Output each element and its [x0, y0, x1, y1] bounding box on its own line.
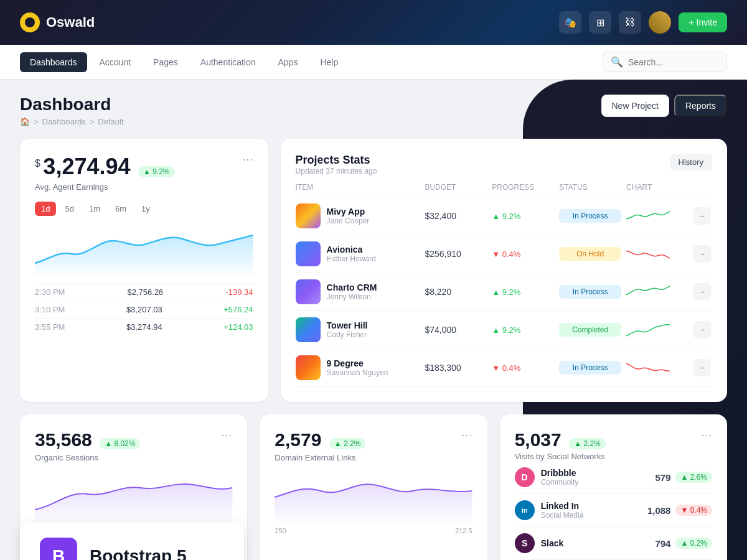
status-badge: In Process: [559, 209, 621, 223]
home-icon: 🏠: [20, 117, 30, 126]
mask-icon[interactable]: 🎭: [559, 11, 581, 34]
social-name: Slack: [541, 538, 655, 548]
more-button[interactable]: ⋯: [701, 429, 712, 441]
project-names: 9 Degree Savannah Nguyen: [327, 358, 388, 377]
bootstrap-b-letter: B: [52, 546, 65, 560]
earnings-amount-row: $ 3,274.94 ▲ 9.2%: [35, 154, 175, 180]
links-info: 2,579 ▲ 2.2% Domain External Links: [275, 429, 365, 462]
project-name: Avionica: [327, 245, 376, 254]
progress: ▼ 0.4%: [492, 250, 554, 259]
top-bar: Oswald 🎭 ⊞ ⛓ + Invite: [0, 0, 747, 45]
col-chart: CHART: [626, 183, 688, 192]
projects-title: Projects Stats: [296, 154, 377, 167]
social-num-row: 5,037 ▲ 2.2%: [515, 429, 606, 450]
tab-dashboards[interactable]: Dashboards: [20, 52, 87, 72]
sparkline: [626, 245, 670, 263]
links-num-row: 2,579 ▲ 2.2%: [275, 429, 365, 450]
dribbble-icon: D: [515, 467, 535, 487]
data-row-2: 3:10 PM $3,207.03 +576.24: [35, 301, 253, 318]
tab-account[interactable]: Account: [90, 52, 141, 72]
share-icon[interactable]: ⛓: [619, 11, 641, 34]
breadcrumb: 🏠 > Dashboards > Default: [20, 117, 124, 126]
view-button[interactable]: →: [693, 321, 711, 338]
social-count: 1,088: [647, 505, 671, 516]
sessions-chart: [35, 472, 232, 522]
more-button[interactable]: ⋯: [242, 154, 253, 165]
col-budget: BUDGET: [425, 183, 487, 192]
more-button[interactable]: ⋯: [221, 429, 232, 441]
earnings-card: $ 3,274.94 ▲ 9.2% Avg. Agent Earnings ⋯ …: [20, 139, 268, 402]
tab-pages[interactable]: Pages: [143, 52, 188, 72]
sparkline: [626, 207, 670, 225]
view-button[interactable]: →: [693, 207, 711, 225]
project-name: 9 Degree: [327, 358, 388, 368]
tab-authentication[interactable]: Authentication: [190, 52, 266, 72]
links-number: 2,579: [275, 429, 321, 450]
time-tab-1m[interactable]: 1m: [83, 202, 106, 216]
status-badge: Completed: [559, 323, 621, 337]
social-info-linkedin: Linked In Social Media: [541, 501, 647, 520]
social-badge-linkedin: ▼ 0.4%: [675, 505, 712, 516]
reports-button[interactable]: Reports: [674, 95, 727, 117]
social-info-slack: Slack: [541, 538, 655, 548]
col-status: STATUS: [559, 183, 621, 192]
earnings-badge: ▲ 9.2%: [138, 166, 175, 177]
time-tab-1y[interactable]: 1y: [135, 202, 156, 216]
avatar[interactable]: [649, 11, 671, 34]
val-2: $3,207.03: [126, 305, 162, 314]
slack-icon: S: [515, 533, 535, 553]
project-names: Tower Hill Cody Fisher: [327, 320, 368, 339]
project-names: Charto CRM Jenny Wilson: [327, 282, 377, 301]
time-1: 2:30 PM: [35, 287, 65, 297]
col-item: ITEM: [296, 183, 420, 192]
search-input[interactable]: [628, 57, 719, 67]
sessions-header: 35,568 ▲ 8.02% Organic Sessions ⋯: [35, 429, 232, 462]
project-person: Esther Howard: [327, 254, 376, 263]
view-button[interactable]: →: [693, 359, 711, 376]
col-view: [693, 183, 712, 192]
view-button[interactable]: →: [693, 283, 711, 301]
earnings-label: Avg. Agent Earnings: [35, 182, 175, 192]
table-row: Tower Hill Cody Fisher $74,000 ▲ 9.2% Co…: [296, 311, 712, 349]
links-card: 2,579 ▲ 2.2% Domain External Links ⋯: [260, 414, 487, 560]
links-label: Domain External Links: [275, 453, 365, 462]
project-name: Mivy App: [327, 207, 370, 217]
more-button[interactable]: ⋯: [461, 429, 472, 441]
projects-header: Projects Stats Updated 37 minutes ago Hi…: [296, 154, 712, 175]
logo-area: Oswald: [20, 12, 95, 32]
project-icon-mivy: [296, 203, 321, 228]
social-badge-dribbble: ▲ 2.6%: [675, 472, 712, 483]
table-header: ITEM BUDGET PROGRESS STATUS CHART: [296, 178, 712, 197]
new-project-button[interactable]: New Project: [601, 95, 669, 117]
table-row: Mivy App Jane Cooper $32,400 ▲ 9.2% In P…: [296, 197, 712, 235]
data-row-3: 3:55 PM $3,274.94 +124.03: [35, 318, 253, 335]
search-bar: 🔍: [603, 52, 727, 72]
social-number: 5,037: [515, 429, 561, 450]
project-icon-avionica: [296, 241, 321, 266]
row-1: $ 3,274.94 ▲ 9.2% Avg. Agent Earnings ⋯ …: [20, 139, 727, 402]
sparkline: [626, 282, 670, 301]
view-button[interactable]: →: [693, 245, 711, 263]
tab-apps[interactable]: Apps: [268, 52, 308, 72]
layout-icon[interactable]: ⊞: [589, 11, 611, 34]
social-row-linkedin: in Linked In Social Media 1,088 ▼ 0.4%: [515, 494, 712, 527]
links-header: 2,579 ▲ 2.2% Domain External Links ⋯: [275, 429, 472, 462]
time-tab-5d[interactable]: 5d: [59, 202, 80, 216]
history-button[interactable]: History: [670, 154, 712, 170]
page-title: Dashboard: [20, 95, 124, 114]
project-names: Avionica Esther Howard: [327, 245, 376, 263]
time-tab-1d[interactable]: 1d: [35, 202, 56, 216]
time-tab-6m[interactable]: 6m: [109, 202, 133, 216]
social-badge: ▲ 2.2%: [569, 438, 606, 449]
invite-button[interactable]: + Invite: [679, 12, 727, 32]
projects-title-section: Projects Stats Updated 37 minutes ago: [296, 154, 377, 175]
project-person: Jenny Wilson: [327, 292, 377, 301]
breadcrumb-dashboards[interactable]: Dashboards: [42, 117, 86, 126]
currency-symbol: $: [35, 158, 40, 169]
project-info: Mivy App Jane Cooper: [296, 203, 420, 228]
earnings-chart: [35, 226, 253, 276]
change-3: +124.03: [223, 322, 253, 332]
tab-help[interactable]: Help: [310, 52, 348, 72]
social-name: Dribbble: [541, 468, 655, 478]
links-badge: ▲ 2.2%: [329, 438, 366, 449]
